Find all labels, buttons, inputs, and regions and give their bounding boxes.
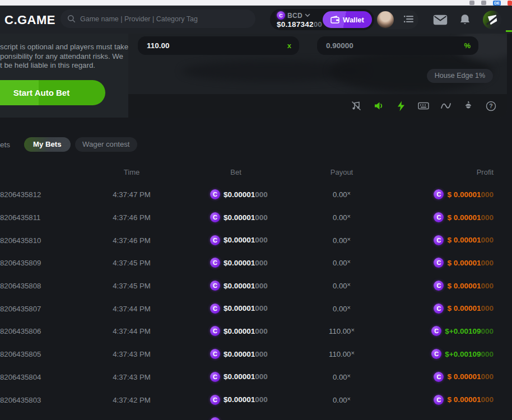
search-input[interactable] — [80, 15, 249, 23]
table-row[interactable]: 8206435805 4:37:43 PM C $0.00001000 110.… — [0, 343, 512, 366]
bet-amount: C $0.00001000 — [210, 281, 268, 291]
browser-strip: DE — [0, 0, 512, 6]
start-auto-bet-button[interactable]: Start Auto Bet — [0, 80, 105, 105]
browser-extension-de-badge[interactable]: DE — [493, 1, 501, 6]
turbo-bolt-icon[interactable] — [395, 100, 407, 111]
bet-id: 8206435806 — [0, 327, 41, 335]
bet-profit: C $ 0.00001000 — [434, 189, 494, 199]
bets-table-body: 8206435812 4:37:47 PM C $0.00001000 0.00… — [0, 183, 512, 420]
bcd-coin-icon: C — [434, 258, 444, 268]
percent-suffix: % — [464, 41, 471, 50]
hotkeys-keyboard-icon[interactable] — [418, 100, 429, 111]
bcd-coin-icon: C — [431, 349, 441, 359]
bcd-coin-icon: C — [210, 417, 220, 420]
bcd-coin-icon: C — [210, 258, 220, 268]
win-chance-input-field[interactable]: % — [317, 36, 478, 55]
bcd-coin-icon: C — [210, 304, 220, 314]
wallet-icon — [331, 16, 339, 24]
wallet-button[interactable]: Wallet — [323, 11, 372, 28]
bet-amount: C — [210, 417, 224, 420]
balance-pill[interactable]: C BCD $0.18734200 Wallet — [270, 9, 374, 30]
wallet-label: Wallet — [343, 16, 364, 24]
bcd-coin-icon: C — [210, 326, 220, 336]
col-header-payout: Payout — [297, 168, 387, 176]
bet-time: 4:37:45 PM — [90, 259, 174, 267]
bcd-coin-icon: C — [210, 212, 220, 222]
bcd-coin-icon: C — [431, 326, 441, 336]
chart-edge-tick — [506, 30, 512, 32]
bet-id: 8206435808 — [0, 282, 41, 290]
bet-amount: C $0.00001000 — [210, 349, 268, 359]
table-row[interactable]: 8206435812 4:37:47 PM C $0.00001000 0.00… — [0, 183, 512, 206]
bet-profit: C $ 0.00001000 — [434, 258, 494, 268]
bcd-coin-icon: C — [434, 395, 444, 405]
table-row[interactable]: 8206435809 4:37:45 PM C $0.00001000 0.00… — [0, 251, 512, 274]
bet-profit: C $ 0.00001000 — [434, 395, 494, 405]
browser-extension-icon[interactable] — [469, 1, 474, 5]
search-icon — [67, 15, 76, 23]
table-row[interactable]: 8206435807 4:37:44 PM C $0.00001000 0.00… — [0, 297, 512, 320]
help-icon[interactable]: ? — [485, 100, 496, 111]
bonus-spin-icon[interactable] — [483, 11, 501, 29]
live-stats-icon[interactable] — [440, 100, 452, 111]
tab-all-bets-partial[interactable]: ets — [0, 138, 10, 152]
table-row[interactable]: 8206435811 4:37:46 PM C $0.00001000 0.00… — [0, 206, 512, 229]
bet-amount: C $0.00001000 — [210, 189, 268, 199]
bet-id: 8206435811 — [0, 213, 40, 222]
bet-payout: 0.00× — [297, 213, 387, 222]
sound-on-icon[interactable] — [373, 100, 384, 111]
table-row[interactable]: 8206435806 4:37:44 PM C $0.00001000 110.… — [0, 320, 512, 343]
bet-amount: C $0.00001000 — [210, 326, 268, 336]
auto-bet-disclaimer: script is optional and players must take… — [0, 43, 128, 71]
table-row[interactable]: 8206435808 4:37:45 PM C $0.00001000 0.00… — [0, 274, 512, 297]
game-panel: x % House Edge 1% — [128, 34, 507, 118]
game-toolbar: ? — [128, 94, 507, 118]
tab-my-bets[interactable]: My Bets — [24, 137, 71, 152]
tab-wager-contest[interactable]: Wager contest — [75, 137, 137, 152]
table-row[interactable]: 8206435804 4:37:43 PM C $0.00001000 0.00… — [0, 366, 512, 389]
col-header-time: Time — [90, 168, 174, 176]
bcd-coin-icon: C — [277, 11, 285, 20]
bcd-coin-icon: C — [434, 281, 444, 291]
table-row[interactable]: C — [0, 411, 512, 420]
payout-input[interactable] — [147, 41, 287, 50]
notifications-bell-icon[interactable] — [459, 13, 471, 29]
browser-extension-red-icon[interactable] — [508, 1, 512, 6]
win-chance-input[interactable] — [326, 41, 464, 50]
bet-profit: C $+0.00109000 — [431, 326, 494, 336]
bet-id: 8206435804 — [0, 372, 41, 381]
avatar[interactable] — [377, 11, 394, 28]
bet-id: 8206435805 — [0, 350, 41, 358]
bet-payout: 0.00× — [297, 190, 387, 199]
bet-time: 4:37:43 PM — [90, 350, 174, 358]
bet-payout: 110.00× — [297, 327, 387, 335]
bet-id: 8206435812 — [0, 190, 41, 199]
bet-profit: C $ 0.00001000 — [434, 281, 494, 291]
bcd-coin-icon: C — [210, 189, 220, 199]
bcd-coin-icon: C — [210, 235, 220, 245]
bet-amount: C $0.00001000 — [210, 258, 268, 268]
music-off-icon[interactable] — [351, 100, 362, 111]
bet-time: 4:37:47 PM — [90, 190, 174, 199]
bet-id: 8206435809 — [0, 259, 41, 267]
table-row[interactable]: 8206435803 4:37:42 PM C $0.00001000 0.00… — [0, 388, 512, 411]
bet-payout: 0.00× — [297, 372, 387, 381]
user-menu[interactable] — [376, 10, 418, 29]
search-bar[interactable] — [60, 10, 255, 28]
col-header-profit: Profit — [477, 168, 494, 176]
browser-extension-icon[interactable] — [481, 1, 486, 5]
fairness-seed-icon[interactable] — [463, 100, 474, 111]
bet-time: 4:37:46 PM — [90, 236, 174, 244]
bet-controls-sidebar: script is optional and players must take… — [0, 34, 128, 118]
payout-input-field[interactable]: x — [138, 36, 299, 55]
table-row[interactable]: 8206435810 4:37:46 PM C $0.00001000 0.00… — [0, 228, 512, 251]
bcd-coin-icon: C — [434, 304, 444, 314]
bcd-coin-icon: C — [434, 189, 444, 199]
messages-icon[interactable] — [433, 15, 448, 27]
bet-time: 4:37:44 PM — [90, 304, 174, 312]
bet-profit: C $ 0.00001000 — [434, 212, 494, 222]
site-logo[interactable]: C.GAME — [4, 13, 55, 27]
svg-text:?: ? — [489, 102, 492, 109]
house-edge-badge: House Edge 1% — [427, 69, 493, 83]
bet-time: 4:37:46 PM — [90, 213, 174, 222]
